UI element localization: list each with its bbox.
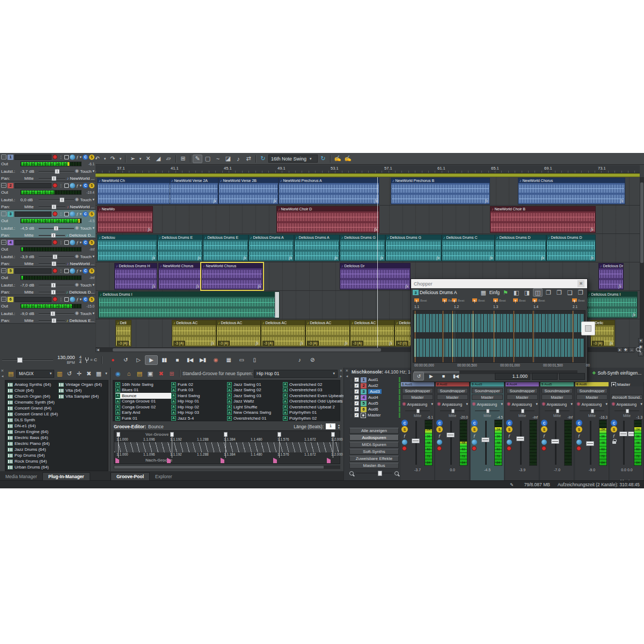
preview-icon[interactable]: ◉ bbox=[113, 369, 123, 378]
volume-slider[interactable] bbox=[39, 226, 74, 231]
clip[interactable]: ♪Delicious Drums Gfx bbox=[340, 235, 385, 261]
chevron-down-icon[interactable]: ▾ bbox=[79, 297, 82, 302]
groove-editor[interactable]: Vor-GrooveNach-Groove1.1.0001.1.0961.1.1… bbox=[114, 430, 340, 464]
list-item[interactable]: Choir (64) bbox=[8, 387, 58, 393]
clip-fx-icon[interactable]: fx bbox=[256, 341, 259, 346]
adjust-dropdown[interactable]: ❋Anpassung▾ bbox=[472, 401, 503, 407]
chevron-down-icon[interactable]: ▾ bbox=[92, 169, 94, 173]
clip[interactable]: ♪NewWorld Chorusfx bbox=[518, 178, 625, 204]
fx-icon[interactable]: ƒ bbox=[541, 433, 547, 439]
speaker-icon[interactable] bbox=[70, 297, 75, 302]
collapse-icon[interactable]: ▸ bbox=[340, 374, 342, 378]
clip[interactable]: ♪NewWorld Verse 2Afx bbox=[170, 178, 218, 204]
track-lane-1[interactable]: ♪NewWorld Chfx♪NewWorld Verse 2Afx♪NewWo… bbox=[96, 177, 640, 206]
bus-row[interactable]: ⋮✓5Aud5 bbox=[349, 400, 400, 406]
standard-groove-select[interactable]: Hip Hop 01▾ bbox=[254, 370, 338, 378]
pan-thumb[interactable] bbox=[626, 409, 629, 413]
clip[interactable]: ♪NewWorld Choir Bfx bbox=[490, 206, 596, 233]
gear-icon[interactable]: ❋ bbox=[75, 169, 79, 174]
groove-list[interactable]: A16th Note SwingABlues 01ABounceAConga G… bbox=[113, 380, 340, 421]
clip[interactable]: ♪NewWorld Prechorus Afx bbox=[279, 178, 379, 204]
list-item[interactable]: AJazz Swing 02 bbox=[227, 387, 283, 393]
groove-marker-bottom[interactable] bbox=[273, 458, 277, 463]
track-grip-icon[interactable] bbox=[1, 155, 6, 159]
list-item[interactable]: Church Organ (64) bbox=[8, 393, 58, 399]
route-soundmapper-button[interactable]: Soundmapper bbox=[402, 388, 433, 393]
stretch-tool-icon[interactable]: ⇄ bbox=[244, 155, 253, 163]
save-icon[interactable]: ▣ bbox=[145, 369, 155, 378]
clip-fx-icon[interactable]: fx bbox=[152, 284, 155, 289]
list-item[interactable]: Urban Drums (64) bbox=[8, 464, 58, 470]
lock-icon[interactable] bbox=[611, 439, 617, 445]
volume-slider[interactable] bbox=[39, 254, 74, 259]
bus-row[interactable]: ⋮✓3Aud3 bbox=[349, 389, 400, 394]
strip-pan-slider[interactable] bbox=[614, 409, 639, 413]
chopper-skip-start-button[interactable]: ▮◀ bbox=[450, 372, 461, 380]
filter-audiospuren[interactable]: Audiospuren bbox=[349, 435, 399, 441]
chopper-marker[interactable]: 3 bbox=[442, 298, 447, 303]
track-name-field[interactable] bbox=[14, 297, 52, 302]
c-icon[interactable]: C bbox=[541, 420, 547, 426]
clip[interactable]: ♪Delicious Drfx bbox=[598, 263, 624, 290]
track-grip-icon[interactable] bbox=[1, 297, 6, 302]
fader-thumb[interactable] bbox=[516, 436, 524, 441]
vertical-scrollbar[interactable] bbox=[640, 177, 644, 348]
clip-fx-icon[interactable]: fx bbox=[541, 255, 544, 260]
track-name-field[interactable] bbox=[14, 240, 52, 245]
s-icon[interactable]: S bbox=[89, 211, 94, 217]
record-icon[interactable] bbox=[507, 446, 511, 451]
fx-icon[interactable]: ƒ bbox=[76, 183, 79, 188]
clip-fx-icon[interactable]: fx bbox=[211, 341, 214, 346]
chevron-down-icon[interactable]: ▾ bbox=[92, 226, 94, 230]
speaker-icon[interactable] bbox=[70, 155, 75, 160]
pan-slider-thumb[interactable] bbox=[52, 318, 56, 323]
clip-fx-icon[interactable]: fx bbox=[258, 284, 261, 289]
groove-marker-bottom[interactable] bbox=[115, 458, 119, 463]
fx-icon[interactable]: ƒ bbox=[76, 155, 79, 160]
clip-fx-icon[interactable]: fx bbox=[148, 227, 151, 232]
bus-row[interactable]: ⋮✓2Aud2 bbox=[349, 383, 400, 389]
bypass-fx-icon[interactable]: ⊘ bbox=[306, 355, 319, 365]
bus-checkbox[interactable]: ✓ bbox=[354, 413, 359, 418]
erase-tool-icon[interactable]: ◪ bbox=[223, 155, 233, 163]
play-button[interactable]: ▶ bbox=[145, 355, 158, 365]
clip[interactable]: ♪Delicious Drums Dfx bbox=[546, 235, 596, 261]
chopper-marker[interactable]: 5 bbox=[472, 298, 477, 303]
list-item[interactable]: AJazz 5-4 bbox=[171, 415, 227, 421]
pan-thumb[interactable] bbox=[556, 409, 559, 413]
route-soundmapper-button[interactable]: Soundmapper bbox=[576, 388, 608, 393]
record-icon[interactable] bbox=[541, 446, 546, 451]
pan-slider-thumb[interactable] bbox=[51, 233, 56, 238]
copy-d-icon[interactable]: ❒ bbox=[576, 288, 586, 297]
speaker-icon[interactable] bbox=[402, 440, 407, 445]
pan-thumb[interactable] bbox=[521, 409, 524, 413]
auto-preview-icon[interactable]: ⌂ bbox=[124, 369, 134, 378]
note-tool-icon[interactable]: ♪ bbox=[233, 155, 243, 163]
adjust-dropdown[interactable]: ❋Anpassung▾ bbox=[541, 401, 573, 407]
chopper-marker[interactable]: 1 bbox=[414, 298, 419, 303]
pan-slider[interactable] bbox=[39, 261, 65, 266]
fx-icon[interactable]: ƒ bbox=[611, 433, 617, 439]
chevron-down-icon[interactable]: ▾ bbox=[92, 283, 94, 287]
mouse-mode-icon[interactable]: ✍ bbox=[333, 155, 342, 163]
list-item[interactable]: Concert Grand LE (64) bbox=[8, 411, 58, 417]
marker-add-icon[interactable]: ⚑ bbox=[501, 288, 510, 297]
clip-fx-icon[interactable]: fx bbox=[490, 255, 493, 260]
clip-fx-icon[interactable]: fx bbox=[610, 341, 613, 346]
list-item[interactable]: Drum Engine (64) bbox=[8, 429, 58, 435]
hscroll-left[interactable]: ◂ bbox=[96, 348, 100, 352]
list-item[interactable]: AOverstretched Odd Upbeats bbox=[283, 399, 340, 405]
mixer-strip-4[interactable]: 4Aud4SoundmapperMaster❋Anpassung▾MitteCS… bbox=[506, 382, 539, 486]
clip-fx-icon[interactable]: fx bbox=[619, 284, 621, 289]
track-header-6[interactable]: 6⋮ƒ▾CSOut1089684726048362412-15.0Lautst.… bbox=[0, 295, 96, 324]
volume-slider[interactable] bbox=[39, 169, 74, 174]
route-soundmapper-button[interactable]: Soundmapper bbox=[507, 388, 538, 393]
play-from-button[interactable]: ▷ bbox=[132, 355, 145, 365]
clip[interactable]: ♪NewWorld Prechorus Bfx bbox=[391, 178, 490, 204]
adjust-dropdown[interactable]: ❋Anpassung▾ bbox=[576, 401, 608, 407]
pan-slider-thumb[interactable] bbox=[52, 261, 56, 266]
s-icon[interactable]: S bbox=[89, 297, 94, 302]
adjust-dropdown[interactable]: ❋Anpassung▾ bbox=[611, 401, 642, 407]
clip[interactable]: ♪Delicious Drums Cfx bbox=[442, 235, 495, 261]
vscroll-down[interactable]: ▾ bbox=[638, 338, 643, 343]
